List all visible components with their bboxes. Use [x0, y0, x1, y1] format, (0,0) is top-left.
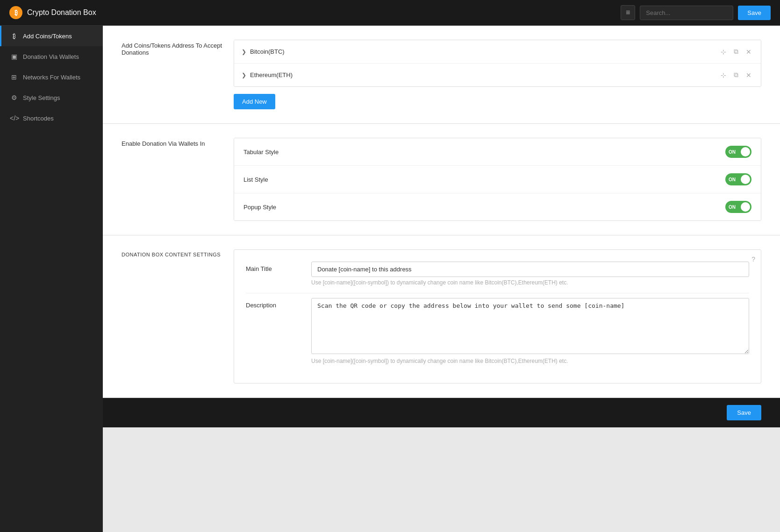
header-save-button[interactable]: Save — [738, 6, 771, 20]
section2-content: Tabular Style ON List Style ON — [234, 138, 761, 221]
toggle-row-list: List Style ON — [234, 166, 761, 193]
sidebar: ₿ Add Coins/Tokens ▣ Donation Via Wallet… — [0, 26, 103, 532]
description-label: Description — [246, 298, 302, 309]
main-content: Add Coins/Tokens Address To Accept Donat… — [103, 26, 780, 532]
close-icon[interactable]: ✕ — [744, 70, 753, 80]
coin-name-bitcoin: Bitcoin(BTC) — [250, 48, 719, 55]
network-icon: ⊞ — [10, 73, 18, 81]
move-icon[interactable]: ⊹ — [719, 70, 728, 80]
sidebar-item-networks-wallets[interactable]: ⊞ Networks For Wallets — [0, 67, 103, 87]
toggle-list-style[interactable]: ON — [725, 173, 751, 185]
bitcoin-icon: ₿ — [10, 32, 18, 40]
coin-actions: ⊹ ⧉ ✕ — [719, 47, 753, 57]
sidebar-item-donation-wallets[interactable]: ▣ Donation Via Wallets — [0, 46, 103, 67]
toggle-label-popup: Popup Style — [243, 204, 725, 211]
divider — [246, 293, 749, 293]
toggle-on-text: ON — [729, 149, 736, 155]
description-row: Description Scan the QR code or copy the… — [246, 298, 749, 364]
section1-content: ❯ Bitcoin(BTC) ⊹ ⧉ ✕ ❯ Ethereum(ETH) — [234, 40, 761, 109]
copy-icon[interactable]: ⧉ — [732, 47, 740, 57]
header-actions: ≡ Save — [621, 5, 771, 20]
chevron-right-icon: ❯ — [242, 72, 246, 78]
sidebar-item-add-coins[interactable]: ₿ Add Coins/Tokens — [0, 26, 103, 46]
copy-icon[interactable]: ⧉ — [732, 70, 740, 80]
toggle-group: Tabular Style ON List Style ON — [234, 138, 761, 221]
main-title-row: Main Title Use [coin-name]([coin-symbol]… — [246, 262, 749, 286]
logo-icon: ₿ — [9, 6, 22, 19]
sidebar-item-label: Add Coins/Tokens — [23, 33, 72, 40]
sidebar-item-label: Donation Via Wallets — [23, 53, 79, 60]
toggle-label-list: List Style — [243, 176, 725, 183]
toggle-label-tabular: Tabular Style — [243, 149, 725, 156]
section3-content: ? Main Title Use [coin-name]([coin-symbo… — [234, 249, 761, 383]
toggle-knob — [741, 147, 750, 156]
footer-save-button[interactable]: Save — [727, 405, 761, 420]
help-icon[interactable]: ? — [751, 255, 755, 263]
toggle-knob — [741, 175, 750, 184]
toggle-row-popup: Popup Style ON — [234, 193, 761, 220]
settings-icon: ⚙ — [10, 94, 18, 101]
wallet-icon: ▣ — [10, 53, 18, 60]
toggle-on-text: ON — [729, 205, 736, 210]
header: ₿ Crypto Donation Box ≡ Save — [0, 0, 780, 26]
coin-name-ethereum: Ethereum(ETH) — [250, 71, 719, 78]
coin-list: ❯ Bitcoin(BTC) ⊹ ⧉ ✕ ❯ Ethereum(ETH) — [234, 40, 761, 87]
section3-label: DONATION BOX CONTENT SETTINGS — [122, 249, 234, 383]
toggle-knob — [741, 202, 750, 212]
section1-label: Add Coins/Tokens Address To Accept Donat… — [122, 40, 234, 109]
footer: Save — [103, 398, 780, 427]
move-icon[interactable]: ⊹ — [719, 47, 728, 57]
table-row[interactable]: ❯ Bitcoin(BTC) ⊹ ⧉ ✕ — [234, 40, 761, 64]
chevron-right-icon: ❯ — [242, 49, 246, 55]
enable-donation-section: Enable Donation Via Wallets In Tabular S… — [103, 124, 780, 235]
donation-content-section: DONATION BOX CONTENT SETTINGS ? Main Tit… — [103, 235, 780, 398]
main-title-input[interactable] — [311, 262, 749, 277]
section2-label: Enable Donation Via Wallets In — [122, 138, 234, 221]
content-settings-box: ? Main Title Use [coin-name]([coin-symbo… — [234, 249, 761, 383]
description-textarea[interactable]: Scan the QR code or copy the address bel… — [311, 298, 749, 354]
menu-icon[interactable]: ≡ — [621, 5, 635, 20]
app-title: Crypto Donation Box — [27, 8, 96, 17]
toggle-on-text: ON — [729, 177, 736, 182]
sidebar-item-shortcodes[interactable]: </> Shortcodes — [0, 108, 103, 128]
toggle-tabular-style[interactable]: ON — [725, 146, 751, 158]
close-icon[interactable]: ✕ — [744, 47, 753, 57]
code-icon: </> — [10, 114, 18, 122]
main-title-value: Use [coin-name]([coin-symbol]) to dynami… — [311, 262, 749, 286]
sidebar-item-label: Style Settings — [23, 94, 60, 101]
sidebar-item-label: Shortcodes — [23, 115, 54, 122]
description-hint: Use [coin-name]([coin-symbol]) to dynami… — [311, 358, 749, 364]
toggle-popup-style[interactable]: ON — [725, 201, 751, 213]
sidebar-item-label: Networks For Wallets — [23, 74, 80, 81]
search-input[interactable] — [640, 6, 733, 20]
app-logo: ₿ Crypto Donation Box — [9, 6, 621, 19]
toggle-row-tabular: Tabular Style ON — [234, 138, 761, 166]
add-coins-section: Add Coins/Tokens Address To Accept Donat… — [103, 26, 780, 124]
table-row[interactable]: ❯ Ethereum(ETH) ⊹ ⧉ ✕ — [234, 64, 761, 86]
sidebar-item-style-settings[interactable]: ⚙ Style Settings — [0, 87, 103, 108]
description-value: Scan the QR code or copy the address bel… — [311, 298, 749, 364]
add-new-button[interactable]: Add New — [234, 94, 275, 109]
coin-actions: ⊹ ⧉ ✕ — [719, 70, 753, 80]
main-title-label: Main Title — [246, 262, 302, 272]
layout: ₿ Add Coins/Tokens ▣ Donation Via Wallet… — [0, 26, 780, 532]
main-title-hint: Use [coin-name]([coin-symbol]) to dynami… — [311, 279, 749, 286]
